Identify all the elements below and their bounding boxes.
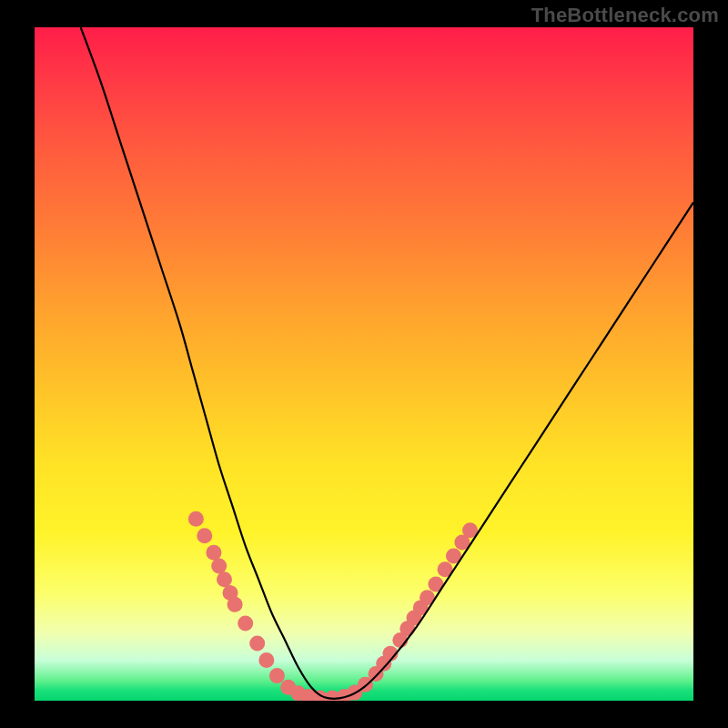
highlight-dot [211,559,227,574]
highlight-dot [269,668,285,683]
curve-layer [35,27,693,701]
highlight-dot [197,528,212,543]
highlight-dot [258,652,274,668]
bottleneck-curve [81,27,693,699]
highlight-dot [249,636,265,652]
highlight-dot [188,511,204,527]
plot-frame [35,27,693,701]
watermark-text: TheBottleneck.com [531,4,719,27]
highlight-dot [206,545,221,561]
highlight-dot [217,571,232,587]
chart-stage: TheBottleneck.com [0,0,728,728]
highlight-dots [188,511,478,701]
highlight-dot [238,615,253,631]
highlight-dot [228,597,243,612]
